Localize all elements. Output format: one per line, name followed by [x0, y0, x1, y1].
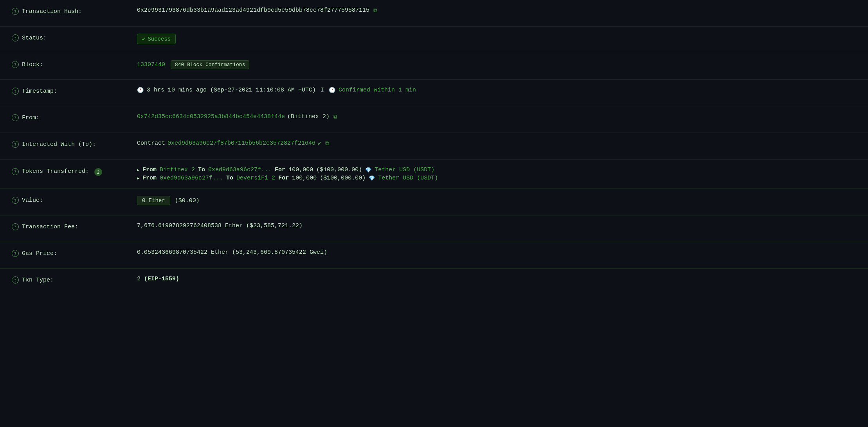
txn-type-value: 2 (EIP-1559): [137, 276, 856, 282]
status-badge: ✔ Success: [137, 34, 176, 44]
for-label-2: For: [278, 175, 289, 181]
status-label: ? Status:: [12, 34, 137, 41]
to-label-1: To: [198, 167, 205, 173]
copy-contract-icon[interactable]: ⧉: [325, 140, 329, 147]
transaction-fee-text: 7,676.619078292762408538 Ether ($23,585,…: [137, 222, 303, 229]
success-check-icon: ✔: [142, 36, 145, 42]
transaction-hash-text: 0x2c9931793876db33b1a9aad123ad4921dfb9cd…: [137, 7, 369, 14]
transaction-fee-row: ? Transaction Fee: 7,676.619078292762408…: [0, 215, 868, 242]
gas-price-label: ? Gas Price:: [12, 249, 137, 257]
tokens-transferred-label: ? Tokens Transferred: 2: [12, 167, 137, 176]
transfer-from-addr-1[interactable]: Bitfinex 2: [160, 167, 195, 173]
clock-icon: 🕐: [137, 87, 144, 93]
timestamp-text: 3 hrs 10 mins ago (Sep-27-2021 11:10:08 …: [147, 87, 316, 93]
transaction-hash-label: ? Transaction Hash:: [12, 7, 137, 15]
token-transfer-row-1: ▶ From Bitfinex 2 To 0xed9d63a96c27f... …: [137, 167, 856, 173]
transaction-fee-value: 7,676.619078292762408538 Ether ($23,585,…: [137, 222, 856, 229]
contract-prefix: Contract: [137, 140, 165, 147]
interacted-with-label: ? Interacted With (To):: [12, 140, 137, 148]
from-label-1: From: [142, 167, 157, 173]
transaction-fee-label: ? Transaction Fee:: [12, 222, 137, 230]
to-label-2: To: [226, 175, 233, 181]
token-transfer-row-2: ▶ From 0xed9d63a96c27f... To DeversiFi 2…: [137, 175, 856, 181]
copy-hash-icon[interactable]: ⧉: [373, 7, 377, 14]
tokens-help-icon[interactable]: ?: [12, 168, 19, 175]
transaction-hash-help-icon[interactable]: ?: [12, 8, 19, 15]
status-text: Success: [148, 36, 171, 42]
transaction-hash-row: ? Transaction Hash: 0x2c9931793876db33b1…: [0, 0, 868, 27]
block-number[interactable]: 13307440: [137, 61, 165, 68]
transfer-amount-2: 100,000: [292, 175, 317, 181]
transaction-hash-value: 0x2c9931793876db33b1a9aad123ad4921dfb9cd…: [137, 7, 856, 14]
value-value: 0 Ether ($0.00): [137, 196, 856, 205]
status-row: ? Status: ✔ Success: [0, 27, 868, 53]
transfer-arrow-icon-1: ▶: [137, 168, 139, 172]
gas-price-value: 0.053243669870735422 Ether (53,243,669.8…: [137, 249, 856, 256]
ether-badge: 0 Ether: [137, 196, 170, 205]
tether-icon-2: 💎: [369, 175, 375, 181]
from-name: (Bitfinex 2): [287, 113, 330, 120]
block-label: ? Block:: [12, 60, 137, 68]
transaction-detail-page: ? Transaction Hash: 0x2c9931793876db33b1…: [0, 0, 868, 295]
confirm-clock-icon: 🕐: [329, 87, 335, 93]
timestamp-label: ? Timestamp:: [12, 87, 137, 95]
interacted-with-value: Contract 0xed9d63a96c27f87b07115b56b2e35…: [137, 140, 856, 147]
gas-price-text: 0.053243669870735422 Ether (53,243,669.8…: [137, 249, 327, 256]
tokens-value-col: ▶ From Bitfinex 2 To 0xed9d63a96c27f... …: [137, 167, 856, 181]
transfer-from-addr-2[interactable]: 0xed9d63a96c27f...: [160, 175, 223, 181]
value-row: ? Value: 0 Ether ($0.00): [0, 189, 868, 215]
contract-verified-icon: ✔: [318, 140, 321, 147]
block-value: 13307440 840 Block Confirmations: [137, 60, 856, 69]
from-row: ? From: 0x742d35cc6634c0532925a3b844bc45…: [0, 106, 868, 133]
timestamp-value: 🕐 3 hrs 10 mins ago (Sep-27-2021 11:10:0…: [137, 87, 856, 93]
timestamp-help-icon[interactable]: ?: [12, 88, 19, 95]
value-usd: ($0.00): [175, 197, 200, 204]
block-row: ? Block: 13307440 840 Block Confirmation…: [0, 53, 868, 80]
transfer-token-2: Tether USD (USDT): [378, 175, 438, 181]
gas-price-row: ? Gas Price: 0.053243669870735422 Ether …: [0, 242, 868, 269]
txn-type-text: 2 (EIP-1559): [137, 276, 179, 282]
from-label-2: From: [142, 175, 157, 181]
contract-address[interactable]: 0xed9d63a96c27f87b07115b56b2e3572827f216…: [167, 140, 315, 147]
transfer-amount-1: 100,000: [288, 167, 313, 173]
from-help-icon[interactable]: ?: [12, 114, 19, 121]
txn-type-help-icon[interactable]: ?: [12, 276, 19, 283]
confirmed-link[interactable]: Confirmed within 1 min: [339, 87, 416, 93]
transfer-to-addr-2[interactable]: DeversiFi 2: [236, 175, 275, 181]
interacted-with-help-icon[interactable]: ?: [12, 141, 19, 148]
txn-type-row: ? Txn Type: 2 (EIP-1559): [0, 269, 868, 295]
tokens-count-badge: 2: [94, 168, 102, 176]
transfer-to-addr-1[interactable]: 0xed9d63a96c27f...: [208, 167, 272, 173]
block-help-icon[interactable]: ?: [12, 61, 19, 68]
txn-type-eip: (EIP-1559): [144, 276, 179, 282]
value-help-icon[interactable]: ?: [12, 197, 19, 204]
transfer-arrow-icon-2: ▶: [137, 176, 139, 181]
transfer-usd-1: ($100,000.00): [316, 167, 362, 173]
timestamp-divider: I: [321, 87, 324, 93]
status-value: ✔ Success: [137, 34, 856, 44]
status-help-icon[interactable]: ?: [12, 34, 19, 41]
from-value: 0x742d35cc6634c0532925a3b844bc454e4438f4…: [137, 113, 856, 120]
tokens-transferred-row: ? Tokens Transferred: 2 ▶ From Bitfinex …: [0, 160, 868, 189]
gas-price-help-icon[interactable]: ?: [12, 250, 19, 257]
transfer-usd-2: ($100,000.00): [320, 175, 366, 181]
transfer-token-1: Tether USD (USDT): [375, 167, 434, 173]
from-label: ? From:: [12, 113, 137, 121]
for-label-1: For: [275, 167, 285, 173]
interacted-with-row: ? Interacted With (To): Contract 0xed9d6…: [0, 133, 868, 160]
from-address[interactable]: 0x742d35cc6634c0532925a3b844bc454e4438f4…: [137, 113, 285, 120]
block-confirmations-badge: 840 Block Confirmations: [171, 60, 249, 69]
timestamp-row: ? Timestamp: 🕐 3 hrs 10 mins ago (Sep-27…: [0, 80, 868, 106]
txn-type-label: ? Txn Type:: [12, 276, 137, 283]
tether-icon-1: 💎: [365, 167, 371, 173]
transaction-fee-help-icon[interactable]: ?: [12, 223, 19, 230]
value-label: ? Value:: [12, 196, 137, 204]
copy-from-icon[interactable]: ⧉: [333, 114, 337, 120]
